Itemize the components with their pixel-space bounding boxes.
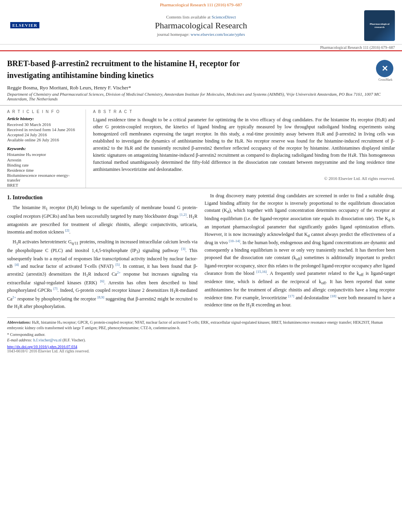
history-title: Article history: xyxy=(7,116,81,121)
crossmark-icon: ✕ xyxy=(376,60,393,77)
crossmark-area: ✕ CrossMark xyxy=(376,60,395,82)
intro-para1: The histamine H1 receptor (H1R) belongs … xyxy=(7,204,197,236)
corresponding-text: * Corresponding author. xyxy=(7,332,395,337)
main-left-col: 1. Introduction The histamine H1 recepto… xyxy=(7,192,197,313)
doi-line: http://dx.doi.org/10.1016/j.phrs.2016.07… xyxy=(7,345,395,349)
keyword-4: Residence time xyxy=(7,168,81,172)
intro-heading: 1. Introduction xyxy=(7,195,197,201)
journal-title: Pharmacological Research xyxy=(47,20,355,31)
abstract-text: Ligand residence time is thought to be a… xyxy=(93,116,395,182)
journal-homepage-link[interactable]: www.elsevier.com/locate/yphrs xyxy=(190,32,245,37)
keyword-6: BRET xyxy=(7,183,81,187)
email-link[interactable]: h.f.vischer@vu.nl xyxy=(33,338,61,342)
contents-line: Contents lists available at ScienceDirec… xyxy=(47,15,355,19)
elsevier-logo-area: ELSEVIER xyxy=(7,22,43,29)
article-ref-line: Pharmacological Research 111 (2016) 679–… xyxy=(0,44,402,51)
article-info-col: A R T I C L E I N F O Article history: R… xyxy=(7,109,86,188)
main-right-col: In drug discovery many potential drug ca… xyxy=(205,192,395,313)
main-content: 1. Introduction The histamine H1 recepto… xyxy=(0,188,402,313)
journal-header-center: Contents lists available at ScienceDirec… xyxy=(47,15,355,37)
abbreviations-text: Abbreviations: H₁R, histamine H₁ recepto… xyxy=(7,320,395,331)
right-para1: In drug discovery many potential drug ca… xyxy=(205,192,395,310)
article-info-label: A R T I C L E I N F O xyxy=(7,109,81,114)
header-main-row: ELSEVIER Contents lists available at Sci… xyxy=(0,9,402,43)
footnote-section: Abbreviations: H₁R, histamine H₁ recepto… xyxy=(7,317,395,353)
email-text: E-mail address: h.f.vischer@vu.nl (H.F. … xyxy=(7,337,395,343)
crossmark-label: CrossMark xyxy=(376,78,395,82)
keywords-section: Keywords: Histamine H₁ receptor Arrestin… xyxy=(7,146,81,187)
journal-ref-text: Pharmacological Research 111 (2016) 679–… xyxy=(160,2,242,7)
sciencedirect-link[interactable]: ScienceDirect xyxy=(212,15,236,19)
intro-para2: H1R activates heterotrimeric Gq/11 prote… xyxy=(7,238,197,311)
abstract-label: A B S T R A C T xyxy=(93,109,395,114)
keyword-5: Bioluminescence resonance energy-transfe… xyxy=(7,173,81,182)
article-header: BRET-based β-arrestin2 recruitment to th… xyxy=(0,51,402,106)
journal-ref-bar: Pharmacological Research 111 (2016) 679–… xyxy=(0,2,402,7)
authors: Reggie Bosma, Ryo Moritani, Rob Leurs, H… xyxy=(7,85,395,91)
available-date: Available online 26 July 2016 xyxy=(7,137,81,142)
keyword-2: Arrestin xyxy=(7,158,81,162)
article-body-section: A R T I C L E I N F O Article history: R… xyxy=(0,106,402,188)
elsevier-logo-box: ELSEVIER xyxy=(10,22,39,28)
page-header: Pharmacological Research 111 (2016) 679–… xyxy=(0,0,402,44)
email-person: (H.F. Vischer). xyxy=(63,338,86,342)
accepted-date: Accepted 24 July 2016 xyxy=(7,132,81,137)
keyword-1: Histamine H₁ receptor xyxy=(7,152,81,157)
copyright-line: © 2016 Elsevier Ltd. All rights reserved… xyxy=(93,175,395,182)
journal-logo-area: Pharmacologicalresearch xyxy=(359,10,395,41)
abstract-paragraph: Ligand residence time is thought to be a… xyxy=(93,116,395,173)
issn-line: 1043-6618/© 2016 Elsevier Ltd. All right… xyxy=(7,349,395,353)
article-title: BRET-based β-arrestin2 recruitment to th… xyxy=(7,58,371,80)
abstract-col: A B S T R A C T Ligand residence time is… xyxy=(93,109,395,188)
abbrev-label: Abbreviations: xyxy=(7,320,31,324)
revised-date: Received in revised form 14 June 2016 xyxy=(7,127,81,132)
abbrev-content: H₁R, histamine H₁ receptor; GPCR, G prot… xyxy=(7,320,383,330)
journal-logo: Pharmacologicalresearch xyxy=(364,10,395,41)
journal-homepage: journal homepage: www.elsevier.com/locat… xyxy=(47,32,355,37)
keywords-title: Keywords: xyxy=(7,146,81,151)
doi-link[interactable]: http://dx.doi.org/10.1016/j.phrs.2016.07… xyxy=(7,345,77,349)
title-row: BRET-based β-arrestin2 recruitment to th… xyxy=(7,58,395,82)
affiliation: Department of Chemistry and Pharmaceutic… xyxy=(7,92,395,101)
article-ref-text: Pharmacological Research 111 (2016) 679–… xyxy=(320,45,395,50)
corresponding-label: * Corresponding author. xyxy=(7,332,45,337)
keyword-3: Binding rate xyxy=(7,163,81,167)
email-label: E-mail address: xyxy=(7,338,32,342)
received-date: Received 30 March 2016 xyxy=(7,122,81,127)
